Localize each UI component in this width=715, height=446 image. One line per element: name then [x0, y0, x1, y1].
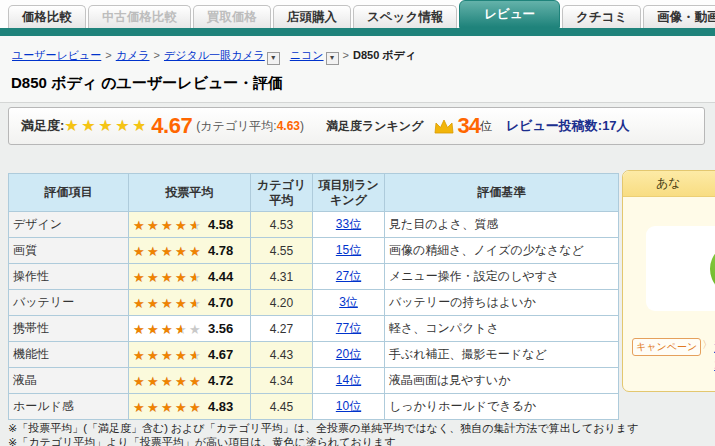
table-row: 機能性★★★★★★★★★★4.674.4320位手ぶれ補正、撮影モードなど	[9, 342, 619, 368]
row-ranking-cell: 20位	[313, 342, 385, 368]
row-item-label: 操作性	[9, 264, 129, 290]
star-icon: ★★	[161, 219, 175, 232]
row-category-average: 4.45	[251, 394, 313, 420]
row-criteria: 手ぶれ補正、撮影モードなど	[385, 342, 619, 368]
row-average-value: 4.83	[208, 399, 233, 414]
head-area: ユーザーレビュー>カメラ>デジタル一眼カメラ▾ニコン▾>D850 ボディ D85…	[0, 36, 715, 103]
tab-kuchikomi[interactable]: クチコミ	[562, 5, 641, 28]
row-average-value: 3.56	[208, 321, 233, 336]
star-icon: ★★	[133, 375, 147, 388]
star-icon: ★★	[161, 401, 175, 414]
row-category-average: 4.43	[251, 342, 313, 368]
star-icon: ★★	[147, 271, 161, 284]
green-circle-illustration-icon	[710, 243, 715, 295]
tab-review[interactable]: レビュー	[459, 0, 560, 28]
star-icon: ★★	[147, 349, 161, 362]
row-average-value: 4.67	[208, 347, 233, 362]
rank-link[interactable]: 77位	[336, 321, 361, 335]
breadcrumb-link-nikon[interactable]: ニコン	[290, 49, 324, 61]
row-ranking-cell: 33位	[313, 212, 385, 238]
row-item-label: バッテリー	[9, 290, 129, 316]
star-icon: ★★	[147, 323, 161, 336]
star-icon: ★★	[189, 245, 203, 258]
table-row: 操作性★★★★★★★★★★4.444.3127位メニュー操作・設定のしやすさ	[9, 264, 619, 290]
crown-icon	[433, 119, 455, 134]
row-stars: ★★★★★★★★★★	[133, 401, 203, 414]
star-icon: ★★	[175, 245, 189, 258]
rank-link[interactable]: 33位	[336, 217, 361, 231]
star-icon: ★★	[133, 323, 147, 336]
star-icon: ★★	[147, 219, 161, 232]
breadcrumb-link-dslr[interactable]: デジタル一眼カメラ	[164, 49, 265, 61]
rank-link[interactable]: 14位	[336, 373, 361, 387]
row-category-average: 4.53	[251, 212, 313, 238]
star-icon: ★★	[133, 271, 147, 284]
page-title: D850 ボディ のユーザーレビュー・評価	[11, 74, 283, 93]
star-icon: ★★	[175, 375, 189, 388]
tab-images-videos[interactable]: 画像・動画	[643, 5, 715, 28]
row-category-average: 4.20	[251, 290, 313, 316]
row-vote-average: ★★★★★★★★★★4.78	[129, 238, 251, 264]
star-icon: ★★	[64, 118, 81, 134]
row-vote-average: ★★★★★★★★★★3.56	[129, 316, 251, 342]
tab-store-purchase[interactable]: 店頭購入	[273, 5, 351, 28]
row-stars: ★★★★★★★★★★	[133, 375, 203, 388]
star-icon: ★★	[189, 219, 203, 232]
row-stars: ★★★★★★★★★★	[133, 297, 203, 310]
star-icon: ★★	[147, 401, 161, 414]
row-item-label: 携帯性	[9, 316, 129, 342]
row-category-average: 4.31	[251, 264, 313, 290]
row-average-value: 4.72	[208, 373, 233, 388]
tab-buyback-price[interactable]: 買取価格	[193, 5, 271, 28]
tab-used-price-compare[interactable]: 中古価格比較	[88, 5, 191, 28]
chevron-down-icon[interactable]: ▾	[326, 52, 339, 65]
star-icon: ★★	[147, 297, 161, 310]
breadcrumb-link-user-review[interactable]: ユーザーレビュー	[12, 49, 101, 61]
star-icon: ★★	[147, 245, 161, 258]
star-icon: ★★	[175, 271, 189, 284]
rank-link[interactable]: 3位	[339, 295, 358, 309]
footnote-line: ※「投票平均」(「満足度」含む) および「カテゴリ平均」は、全投票の単純平均では…	[8, 422, 638, 436]
campaign-pointer-icon: 〉	[702, 338, 712, 352]
rank-link[interactable]: 27位	[336, 269, 361, 283]
satisfaction-stars: ★★★★★★★★★★	[64, 118, 149, 134]
star-icon: ★★	[133, 219, 147, 232]
rank-link[interactable]: 15位	[336, 243, 361, 257]
star-icon: ★★	[161, 271, 175, 284]
star-icon: ★★	[133, 349, 147, 362]
review-count: レビュー投稿数:17人	[506, 117, 630, 135]
star-icon: ★★	[175, 219, 189, 232]
star-icon: ★★	[175, 297, 189, 310]
promo-illustration	[646, 226, 715, 311]
row-stars: ★★★★★★★★★★	[133, 349, 203, 362]
row-criteria: 液晶画面は見やすいか	[385, 368, 619, 394]
row-criteria: バッテリーの持ちはよいか	[385, 290, 619, 316]
header-item-ranking: 項目別ランキング	[313, 174, 385, 212]
row-criteria: メニュー操作・設定のしやすさ	[385, 264, 619, 290]
star-icon: ★★	[161, 245, 175, 258]
row-category-average: 4.27	[251, 316, 313, 342]
breadcrumb-separator: >	[105, 49, 111, 61]
row-item-label: ホールド感	[9, 394, 129, 420]
row-item-label: 画質	[9, 238, 129, 264]
rank-link[interactable]: 10位	[336, 399, 361, 413]
star-icon: ★★	[189, 323, 203, 336]
star-icon: ★★	[98, 118, 115, 134]
table-row: ホールド感★★★★★★★★★★4.834.4510位しっかりホールドできるか	[9, 394, 619, 420]
tab-price-compare[interactable]: 価格比較	[8, 5, 86, 28]
table-row: 画質★★★★★★★★★★4.784.5515位画像の精細さ、ノイズの少なさなど	[9, 238, 619, 264]
page: 価格比較 中古価格比較 買取価格 店頭購入 スペック情報 レビュー クチコミ 画…	[0, 0, 715, 446]
row-average-value: 4.44	[208, 269, 233, 284]
promo-panel: あな キャンペーン 〉 選2	[622, 170, 715, 392]
row-vote-average: ★★★★★★★★★★4.67	[129, 342, 251, 368]
star-icon: ★★	[189, 375, 203, 388]
promo-campaign-row: キャンペーン 〉 選2	[632, 338, 715, 374]
row-item-label: 液晶	[9, 368, 129, 394]
row-ranking-cell: 14位	[313, 368, 385, 394]
rank-link[interactable]: 20位	[336, 347, 361, 361]
chevron-down-icon[interactable]: ▾	[267, 52, 280, 65]
breadcrumb-link-camera[interactable]: カメラ	[116, 49, 150, 61]
tab-spec-info[interactable]: スペック情報	[353, 5, 457, 28]
satisfaction-summary: 満足度: ★★★★★★★★★★ 4.67 (カテゴリ平均:4.63) 満足度ラン…	[8, 107, 705, 145]
ranking-label: 満足度ランキング	[326, 118, 423, 135]
